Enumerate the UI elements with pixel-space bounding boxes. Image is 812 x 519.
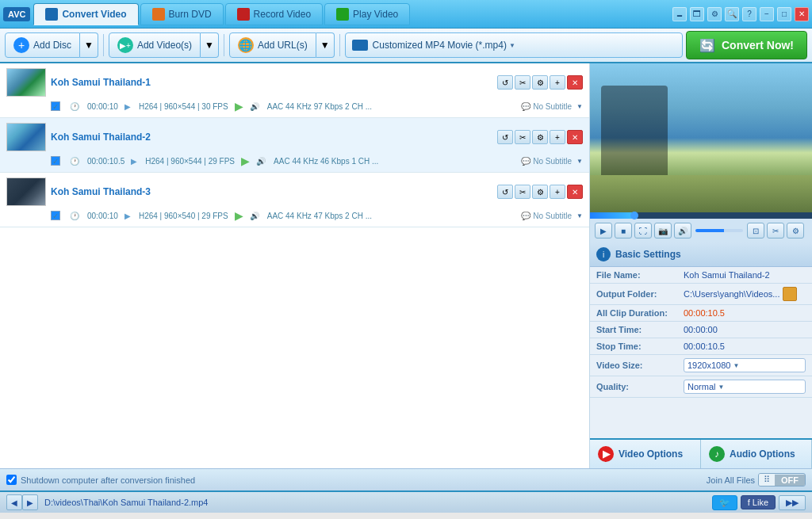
clock-icon-1: 🕐 [70,102,79,111]
screenshot-button[interactable]: 📷 [654,223,672,239]
file-sync-btn-3[interactable]: ↺ [497,185,513,199]
stop-value[interactable]: 00:00:10.5 [677,338,812,355]
add-url-icon: 🌐 [238,37,254,53]
add-disc-dropdown[interactable]: ▼ [80,32,98,58]
audio-options-button[interactable]: ♪ Audio Options [701,440,812,468]
output-value[interactable]: C:\Users\yangh\Videos... [677,284,812,304]
file-thumbnail-2 [6,123,46,151]
subtitle-dropdown-1[interactable]: ▼ [576,103,583,110]
minimize-button[interactable]: 🗕 [672,7,687,21]
minimize2-button[interactable]: − [760,7,774,21]
tab-convert[interactable]: Convert Video [33,3,138,25]
join-toggle[interactable]: ⠿ OFF [758,473,806,487]
settings-header-icon: i [596,247,611,261]
subtitle-dropdown-2[interactable]: ▼ [576,158,583,165]
file-settings-btn-1[interactable]: ⚙ [532,75,548,90]
tab-burn[interactable]: Burn DVD [140,3,224,25]
format-selector[interactable]: Customized MP4 Movie (*.mp4) ▼ [345,32,683,58]
more-button[interactable]: ▶▶ [779,495,806,510]
file-remove-btn-2[interactable]: ✕ [567,130,583,144]
file-name-2[interactable]: Koh Samui Thailand-2 [51,132,497,143]
facebook-button[interactable]: f Like [741,495,776,509]
add-url-dropdown[interactable]: ▼ [316,32,335,58]
add-url-button[interactable]: 🌐 Add URL(s) [229,32,316,58]
file-checkbox-3[interactable]: ✓ [51,211,60,220]
file-cut-btn-1[interactable]: ✂ [515,75,530,90]
start-value[interactable]: 00:00:00 [677,322,812,338]
file-duration-3: 00:00:10 [87,212,118,220]
fullscreen-button[interactable]: ⛶ [634,223,652,239]
sep3 [339,34,340,56]
file-actions-2: ↺ ✂ ⚙ + ✕ [497,130,583,144]
file-thumbnail-1 [6,68,46,97]
subtitle-dropdown-3[interactable]: ▼ [576,212,583,219]
filename-value[interactable]: Koh Samui Thailand-2 [677,267,812,284]
right-panel: ▶ ■ ⛶ 📷 🔊 ⊡ ✂ ⚙ i Basic Settings File Na… [590,63,812,468]
file-remove-btn-1[interactable]: ✕ [567,75,583,90]
output-path: C:\Users\yangh\Videos... [684,289,779,299]
file-sync-btn-1[interactable]: ↺ [497,75,513,90]
convert-now-button[interactable]: 🔄 Convert Now! [686,31,807,59]
maximize-button[interactable]: □ [777,7,791,21]
close-button[interactable]: ✕ [795,7,809,21]
file-settings-btn-3[interactable]: ⚙ [532,185,548,199]
progress-fill [590,212,634,219]
output-label: Output Folder: [590,284,677,305]
file-settings-btn-2[interactable]: ⚙ [532,130,548,144]
crop-button[interactable]: ⊡ [747,223,764,239]
format-label: Customized MP4 Movie (*.mp4) [373,40,507,51]
file-remove-btn-3[interactable]: ✕ [567,185,583,199]
video-icon-2: ▶ [131,157,137,166]
next-button[interactable]: ▶ [22,494,38,510]
search-button[interactable]: 🔍 [725,7,739,21]
size-select[interactable]: 1920x1080 ▼ [684,358,806,372]
add-video-dropdown[interactable]: ▼ [201,32,219,58]
quality-select[interactable]: Normal ▼ [684,380,806,394]
play-button[interactable]: ▶ [595,223,612,239]
video-options-button[interactable]: ▶ Video Options [590,440,701,468]
tab-play[interactable]: Play Video [324,3,410,25]
size-value[interactable]: 1920x1080 ▼ [677,355,812,376]
file-cut-btn-3[interactable]: ✂ [515,185,530,199]
effect-button[interactable]: ⚙ [787,223,804,239]
file-panel: Koh Samui Thailand-1 ↺ ✂ ⚙ + ✕ ✓ 🕐 00:00… [0,63,590,468]
twitter-button[interactable]: 🐦 [712,495,737,510]
toggle-off-label[interactable]: OFF [775,475,805,486]
shutdown-checkbox[interactable] [6,475,17,485]
prev-button[interactable]: ◀ [6,494,22,510]
file-name-1[interactable]: Koh Samui Thailand-1 [51,77,497,88]
format-dropdown-arrow: ▼ [509,42,515,49]
file-checkbox-1[interactable]: ✓ [51,101,60,111]
file-add-btn-3[interactable]: + [550,185,565,199]
browse-folder-button[interactable] [783,287,797,301]
progress-handle[interactable] [630,212,638,219]
file-cut-btn-2[interactable]: ✂ [515,130,530,144]
settings-row-stop: Stop Time: 00:00:10.5 [590,338,812,355]
subtitle-icon-3: 💬 [521,212,530,220]
stop-button[interactable]: ■ [615,223,632,239]
add-video-button[interactable]: ▶+ Add Video(s) [109,32,201,58]
file-sync-btn-2[interactable]: ↺ [497,130,513,144]
file-subtitle-2: No Subtitle [533,157,572,166]
file-add-btn-2[interactable]: + [550,130,565,144]
help-button[interactable]: ? [742,7,756,21]
add-disc-button[interactable]: + Add Disc [5,32,80,58]
mute-button[interactable]: 🔊 [674,223,691,239]
playback-progress[interactable] [590,212,812,219]
settings-header: i Basic Settings [590,242,812,267]
file-add-btn-1[interactable]: + [550,75,565,90]
file-subtitle-1: No Subtitle [533,102,572,111]
tab-record[interactable]: Record Video [225,3,324,25]
file-checkbox-2[interactable]: ✓ [51,156,60,166]
burn-tab-icon [152,8,165,21]
quality-value[interactable]: Normal ▼ [677,376,812,398]
volume-slider[interactable] [695,229,743,232]
settings-button[interactable]: ⚙ [707,7,722,21]
clip-button[interactable]: ✂ [767,223,784,239]
arrow-icon-2: ▶ [241,155,250,167]
restore-button[interactable]: 🗖 [690,7,704,21]
subtitle-icon-1: 💬 [521,102,530,111]
file-name-3[interactable]: Koh Samui Thailand-3 [51,186,497,197]
settings-row-filename: File Name: Koh Samui Thailand-2 [590,267,812,284]
file-audio-1: AAC 44 KHz 97 Kbps 2 CH ... [267,102,372,111]
